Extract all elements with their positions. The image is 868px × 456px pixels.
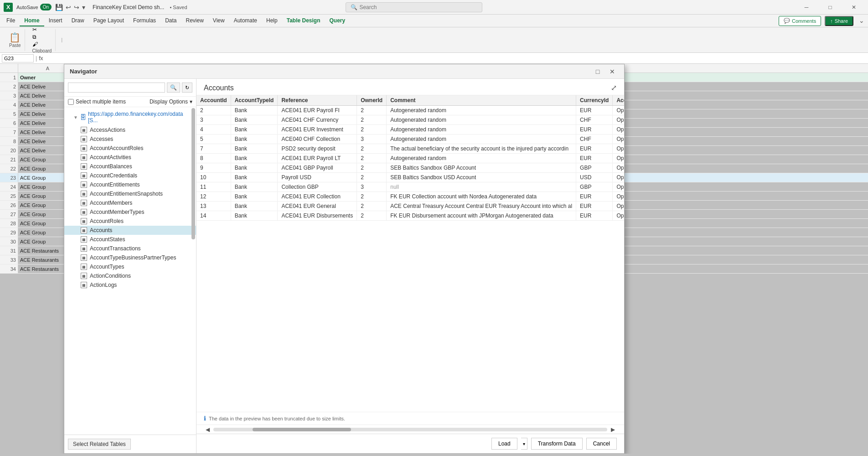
tab-review[interactable]: Review <box>181 16 208 26</box>
col-header-reference[interactable]: Reference <box>278 95 357 106</box>
tab-formulas[interactable]: Formulas <box>129 16 160 26</box>
save-icon[interactable]: 💾 <box>55 4 63 11</box>
nav-tree[interactable]: ▼ 🗄 https://app.demo.financekey.com/odat… <box>64 107 196 435</box>
nav-cell-comment: ACE Central Treasury Account Central EUR… <box>387 202 576 211</box>
comments-button[interactable]: 💬 Comments <box>779 16 821 26</box>
tab-query[interactable]: Query <box>325 16 350 26</box>
undo-icon[interactable]: ↩ <box>66 4 71 11</box>
scroll-right-button[interactable]: ▶ <box>609 426 617 433</box>
col-header-currencyid[interactable]: CurrencyId <box>576 95 613 106</box>
nav-table-body: 2BankACE041 EUR Payroll FI2Autogenerated… <box>196 106 624 221</box>
nav-cell-ownerid: 2 <box>357 211 387 221</box>
nav-info-bar: ℹ The data in the preview has been trunc… <box>196 412 624 425</box>
nav-cell-accountid: 7 <box>196 144 231 154</box>
paste-icon[interactable]: 📋 <box>9 32 21 43</box>
scroll-thumb[interactable] <box>253 428 351 431</box>
nav-tree-item-actionconditions[interactable]: ▦ ActionConditions <box>64 271 196 280</box>
nav-search-input[interactable] <box>68 83 165 93</box>
redo-icon[interactable]: ↪ <box>74 4 79 11</box>
nav-refresh-button[interactable]: ↻ <box>182 83 192 93</box>
table-icon: ▦ <box>81 236 87 243</box>
nav-cell-ownerid: 2 <box>357 106 387 115</box>
nav-tree-item-accounttransactions[interactable]: ▦ AccountTransactions <box>64 244 196 253</box>
dialog-maximize-button[interactable]: □ <box>591 65 604 78</box>
maximize-button[interactable]: □ <box>820 0 841 15</box>
nav-tree-item-accountmembertypes[interactable]: ▦ AccountMemberTypes <box>64 207 196 217</box>
format-painter-icon[interactable]: 🖌 <box>32 41 52 47</box>
nav-tree-item-accesses[interactable]: ▦ Accesses <box>64 135 196 144</box>
tab-view[interactable]: View <box>208 16 229 26</box>
tab-home[interactable]: Home <box>20 16 44 26</box>
nav-tree-scrollbar[interactable] <box>191 107 196 435</box>
nav-cell-accountstateid: Open <box>613 125 624 135</box>
nav-search-button[interactable]: 🔍 <box>167 83 180 93</box>
nav-tree-server[interactable]: ▼ 🗄 https://app.demo.financekey.com/odat… <box>64 109 196 125</box>
nav-tree-item-accountentitlementsnap[interactable]: ▦ AccountEntitlementSnapshots <box>64 189 196 198</box>
col-header-accountid[interactable]: AccountId <box>196 95 231 106</box>
name-box[interactable] <box>2 54 34 62</box>
nav-tree-item-accounttypebp[interactable]: ▦ AccountTypeBusinessPartnerTypes <box>64 253 196 262</box>
nav-cell-accounttypeid: Bank <box>231 135 278 144</box>
search-input[interactable] <box>359 4 468 10</box>
nav-tree-item-accounts[interactable]: ▦ Accounts <box>64 226 196 235</box>
load-button[interactable]: Load <box>491 438 517 450</box>
tab-draw[interactable]: Draw <box>67 16 89 26</box>
col-header-accounttypeid[interactable]: AccountTypeId <box>231 95 278 106</box>
nav-tree-item-accountaccountroles[interactable]: ▦ AccountAccountRoles <box>64 144 196 153</box>
formula-input[interactable] <box>45 54 866 62</box>
navigator-right-panel: Accounts ⤢ AccountId AccountTypeId Refer… <box>196 79 624 453</box>
copy-icon[interactable]: ⧉ <box>32 34 52 40</box>
tab-insert[interactable]: Insert <box>44 16 67 26</box>
col-header-comment[interactable]: Comment <box>387 95 576 106</box>
customize-icon[interactable]: ▾ <box>82 4 85 11</box>
transform-data-button[interactable]: Transform Data <box>531 438 583 450</box>
nav-table-row: 5BankACE040 CHF Collection3Autogenerated… <box>196 135 624 144</box>
nav-expand-icon[interactable]: ⤢ <box>611 83 617 92</box>
table-icon: ▦ <box>81 172 87 179</box>
nav-tree-item-accountroles[interactable]: ▦ AccountRoles <box>64 217 196 226</box>
load-dropdown-button[interactable]: ▾ <box>521 438 527 450</box>
dialog-close-button[interactable]: ✕ <box>606 65 619 78</box>
tab-file[interactable]: File <box>2 16 20 26</box>
nav-cell-accountstateid: Open <box>613 154 624 163</box>
nav-tree-item-accountcredentials[interactable]: ▦ AccountCredentials <box>64 171 196 180</box>
nav-tree-item-accounttypes[interactable]: ▦ AccountTypes <box>64 262 196 271</box>
autosave-toggle[interactable]: On <box>40 4 52 10</box>
ribbon-expand-icon[interactable]: ⌄ <box>857 16 866 26</box>
nav-tree-item-accountentitlements[interactable]: ▦ AccountEntitlements <box>64 180 196 189</box>
tab-page-layout[interactable]: Page Layout <box>89 16 129 26</box>
nav-cell-accountstateid: Open <box>613 211 624 221</box>
tab-data[interactable]: Data <box>160 16 181 26</box>
tab-table-design[interactable]: Table Design <box>282 16 325 26</box>
select-multiple-checkbox-label[interactable]: Select multiple items <box>68 98 126 105</box>
nav-table-area[interactable]: AccountId AccountTypeId Reference OwnerI… <box>196 95 624 412</box>
share-button[interactable]: ↑ Share <box>825 16 853 26</box>
table-icon: ▦ <box>81 191 87 197</box>
nav-table-row: 2BankACE041 EUR Payroll FI2Autogenerated… <box>196 106 624 115</box>
nav-tree-item-accountstates[interactable]: ▦ AccountStates <box>64 235 196 244</box>
scroll-track[interactable] <box>213 428 607 431</box>
nav-tree-item-accessactions[interactable]: ▦ AccessActions <box>64 125 196 135</box>
table-icon: ▦ <box>81 154 87 161</box>
scroll-left-button[interactable]: ◀ <box>204 426 212 433</box>
cut-icon[interactable]: ✂ <box>32 27 52 33</box>
nav-cell-currencyid: EUR <box>576 192 613 202</box>
col-header-ownerid[interactable]: OwnerId <box>357 95 387 106</box>
nav-horizontal-scrollbar[interactable]: ◀ ▶ <box>196 425 624 434</box>
display-options-dropdown[interactable]: Display Options ▾ <box>150 98 192 105</box>
nav-tree-item-accountactivities[interactable]: ▦ AccountActivities <box>64 153 196 162</box>
nav-tree-item-accountbalances[interactable]: ▦ AccountBalances <box>64 162 196 171</box>
select-multiple-checkbox[interactable] <box>68 99 74 105</box>
dialog-body: 🔍 ↻ Select multiple items Display Option… <box>64 79 624 453</box>
nav-tree-item-actionlogs[interactable]: ▦ ActionLogs <box>64 280 196 290</box>
select-multiple-label: Select multiple items <box>76 98 126 105</box>
select-related-button[interactable]: Select Related Tables <box>68 439 131 450</box>
tab-automate[interactable]: Automate <box>229 16 262 26</box>
tab-help[interactable]: Help <box>262 16 282 26</box>
col-header-accountstateid[interactable]: AccountStateId <box>613 95 624 106</box>
cancel-button[interactable]: Cancel <box>586 438 617 450</box>
nav-cell-reference: ACE041 EUR Disbursements <box>278 211 357 221</box>
close-button[interactable]: ✕ <box>843 0 864 15</box>
nav-tree-item-accountmembers[interactable]: ▦ AccountMembers <box>64 198 196 207</box>
minimize-button[interactable]: ─ <box>796 0 817 15</box>
